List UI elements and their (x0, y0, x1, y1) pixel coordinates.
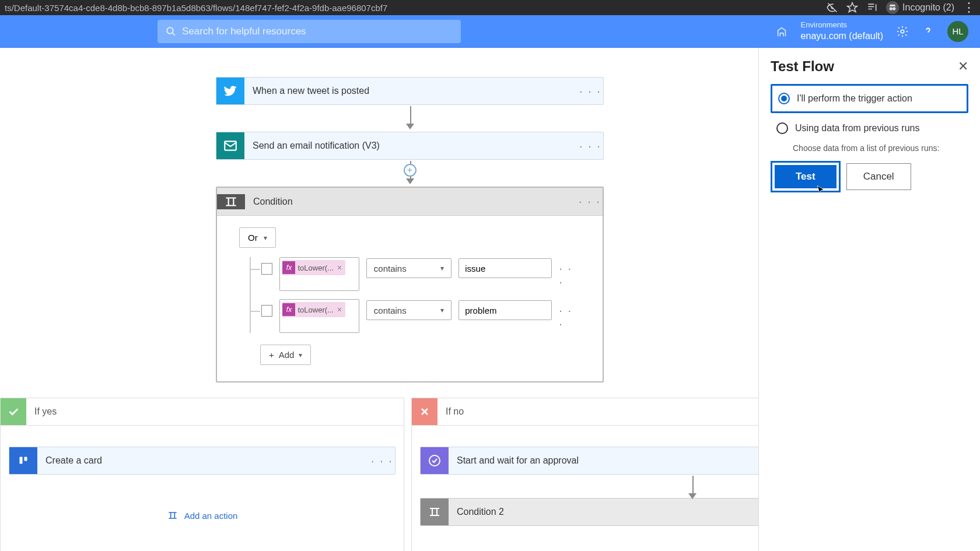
branch-yes-header: If yes (0, 398, 404, 426)
action-card-email[interactable]: Send an email notification (V3) · · · (216, 132, 604, 160)
close-icon (412, 398, 438, 425)
svg-point-1 (892, 7, 895, 10)
condition-body: Or ▾ fx toLower(... × (217, 216, 603, 381)
card-more-button[interactable]: · · · (578, 132, 603, 159)
approval-icon (421, 447, 449, 474)
test-flow-panel: Test Flow ✕ I'll perform the trigger act… (758, 48, 980, 551)
environment-icon (775, 25, 788, 38)
condition-row: fx toLower(... × contains ▾ · · · (251, 257, 580, 291)
branch-yes-body: Create a card · · · Add an action (0, 426, 404, 551)
header-right: Environments enayu.com (default) HL (775, 20, 968, 43)
condition-icon (421, 499, 449, 525)
token-text: toLower(... (298, 264, 333, 272)
token-remove-button[interactable]: × (337, 305, 342, 314)
browser-menu-icon[interactable]: ⋮ (963, 0, 975, 15)
search-icon (166, 26, 176, 37)
radio-icon (776, 122, 788, 134)
branch-no-label: If no (438, 406, 464, 417)
value-input[interactable] (459, 258, 552, 278)
operator-dropdown[interactable]: contains ▾ (366, 300, 452, 320)
star-icon[interactable] (846, 2, 858, 13)
incognito-icon (886, 1, 899, 14)
value-input[interactable] (459, 300, 552, 320)
environment-name: enayu.com (default) (801, 30, 883, 43)
test-button[interactable]: Test (775, 165, 836, 188)
card-more-button[interactable]: · · · (369, 454, 395, 468)
expression-token: fx toLower(... × (282, 302, 345, 317)
add-action-icon (167, 510, 178, 521)
trigger-card-twitter[interactable]: When a new tweet is posted · · · (216, 77, 604, 105)
panel-title: Test Flow (771, 58, 834, 75)
incognito-indicator[interactable]: Incognito (2) (886, 1, 954, 14)
panel-header: Test Flow ✕ (771, 58, 968, 75)
svg-point-8 (429, 455, 440, 466)
previous-runs-hint: Choose data from a list of previous runs… (793, 143, 968, 153)
reading-list-icon[interactable] (866, 2, 878, 13)
avatar[interactable]: HL (947, 21, 968, 42)
trello-title: Create a card (37, 455, 369, 466)
browser-url: ts/Default-37574ca4-cde8-4d8b-bcb8-897b1… (5, 3, 827, 13)
panel-buttons: Test Cancel (771, 161, 968, 192)
environment-label: Environments (801, 20, 883, 30)
condition-header[interactable]: Condition · · · (217, 188, 603, 216)
plus-icon: + (269, 350, 274, 360)
radio-label-trigger: I'll perform the trigger action (797, 93, 912, 104)
group-operator-dropdown[interactable]: Or ▾ (239, 227, 276, 248)
branch-yes-label: If yes (26, 406, 57, 417)
connector-arrow (687, 475, 698, 498)
row-checkbox[interactable] (261, 305, 272, 317)
condition-rows: fx toLower(... × contains ▾ · · · (250, 257, 580, 333)
connector-arrow-add: + (216, 160, 604, 187)
cancel-button[interactable]: Cancel (846, 163, 911, 190)
check-icon (1, 398, 26, 425)
radio-perform-trigger[interactable]: I'll perform the trigger action (771, 84, 968, 113)
app-header: Environments enayu.com (default) HL (0, 15, 980, 48)
radio-label-previous: Using data from previous runs (795, 123, 919, 134)
expression-field[interactable]: fx toLower(... × (279, 257, 359, 291)
search-box[interactable] (158, 20, 461, 43)
panel-close-button[interactable]: ✕ (958, 59, 968, 74)
environment-picker[interactable]: Environments enayu.com (default) (801, 20, 883, 43)
radio-icon (778, 93, 790, 104)
chevron-down-icon: ▾ (299, 351, 302, 359)
help-icon[interactable] (922, 25, 935, 38)
token-text: toLower(... (298, 306, 333, 314)
token-remove-button[interactable]: × (337, 263, 342, 272)
svg-rect-6 (20, 457, 23, 464)
add-action-label: Add an action (184, 511, 238, 521)
card-more-button[interactable]: · · · (577, 195, 603, 208)
expression-field[interactable]: fx toLower(... × (279, 299, 359, 333)
avatar-initials: HL (952, 26, 963, 36)
svg-point-0 (890, 7, 892, 10)
row-more-button[interactable]: · · · (559, 262, 580, 289)
condition-card[interactable]: Condition · · · Or ▾ fx toLower(... (216, 187, 604, 382)
incognito-label: Incognito (2) (902, 2, 954, 13)
branch-yes: If yes Create a card · · · Add an action (0, 398, 411, 551)
twitter-icon (216, 78, 244, 104)
operator-dropdown[interactable]: contains ▾ (366, 258, 452, 278)
connector-arrow (216, 105, 604, 132)
action-card-trello[interactable]: Create a card · · · (9, 447, 396, 475)
condition-row: fx toLower(... × contains ▾ · · · (251, 299, 580, 333)
add-step-button[interactable]: + (404, 164, 416, 177)
browser-address-bar: ts/Default-37574ca4-cde8-4d8b-bcb8-897b1… (0, 0, 980, 15)
gear-icon[interactable] (896, 25, 909, 38)
flow-column: When a new tweet is posted · · · Send an… (216, 77, 604, 382)
row-more-button[interactable]: · · · (559, 304, 580, 331)
chevron-down-icon: ▾ (264, 234, 267, 242)
eye-off-icon[interactable] (827, 2, 838, 13)
radio-previous-runs[interactable]: Using data from previous runs (771, 115, 968, 141)
condition-title: Condition (245, 196, 577, 207)
row-checkbox[interactable] (261, 263, 272, 275)
condition-icon (217, 194, 245, 209)
card-more-button[interactable]: · · · (578, 78, 603, 104)
search-input[interactable] (182, 26, 453, 37)
chevron-down-icon: ▾ (440, 264, 444, 272)
chevron-down-icon: ▾ (440, 306, 444, 314)
add-row-button[interactable]: + Add ▾ (260, 345, 311, 365)
fx-icon: fx (282, 261, 295, 274)
add-action-button[interactable]: Add an action (9, 510, 396, 521)
trello-icon (9, 447, 37, 474)
group-operator-label: Or (248, 233, 258, 243)
email-title: Send an email notification (V3) (244, 132, 578, 159)
